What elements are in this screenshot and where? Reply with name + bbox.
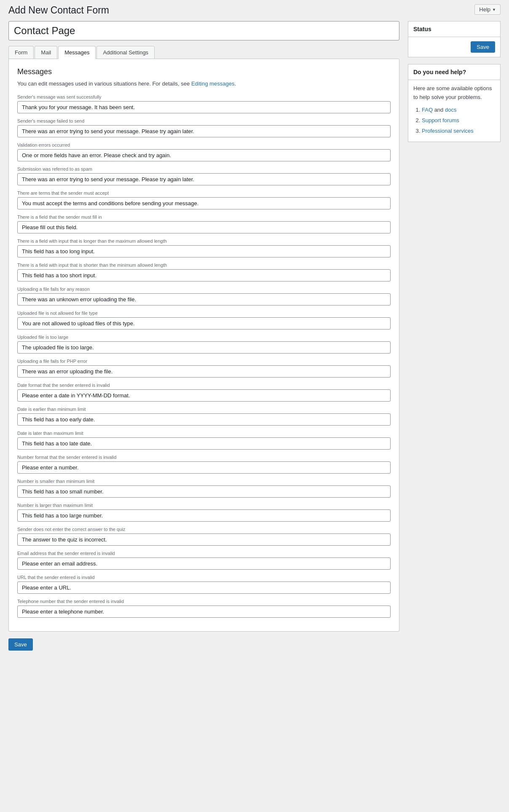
field-input-3[interactable] <box>17 173 391 185</box>
field-input-1[interactable] <box>17 125 391 137</box>
field-input-0[interactable] <box>17 101 391 113</box>
field-label-20: URL that the sender entered is invalid <box>17 575 391 580</box>
sidebar-save-button[interactable]: Save <box>471 41 495 53</box>
field-input-4[interactable] <box>17 197 391 209</box>
field-input-20[interactable] <box>17 582 391 594</box>
field-input-16[interactable] <box>17 485 391 498</box>
help-item-1: FAQ and docs <box>422 106 495 115</box>
field-input-10[interactable] <box>17 341 391 354</box>
field-group-20: URL that the sender entered is invalid <box>17 575 391 594</box>
field-label-2: Validation errors occurred <box>17 142 391 147</box>
field-label-0: Sender's message was sent successfully <box>17 94 391 99</box>
field-input-6[interactable] <box>17 245 391 257</box>
page-title: Add New Contact Form <box>8 4 109 17</box>
help-box-body: Here are some available options to help … <box>408 80 500 142</box>
field-label-21: Telephone number that the sender entered… <box>17 599 391 604</box>
field-group-16: Number is smaller than minimum limit <box>17 479 391 498</box>
field-group-7: There is a field with input that is shor… <box>17 263 391 281</box>
field-group-4: There are terms that the sender must acc… <box>17 190 391 209</box>
tab-messages[interactable]: Messages <box>58 46 96 59</box>
field-group-10: Uploaded file is too large <box>17 335 391 354</box>
field-input-2[interactable] <box>17 149 391 161</box>
bottom-save-button[interactable]: Save <box>8 638 33 651</box>
field-group-21: Telephone number that the sender entered… <box>17 599 391 618</box>
help-item-3: Professional services <box>422 127 495 136</box>
field-input-18[interactable] <box>17 533 391 546</box>
field-input-9[interactable] <box>17 317 391 330</box>
field-input-5[interactable] <box>17 221 391 233</box>
field-input-8[interactable] <box>17 293 391 306</box>
field-label-18: Sender does not enter the correct answer… <box>17 527 391 532</box>
tab-form[interactable]: Form <box>8 46 34 59</box>
field-input-17[interactable] <box>17 509 391 522</box>
field-input-12[interactable] <box>17 389 391 402</box>
field-label-7: There is a field with input that is shor… <box>17 263 391 268</box>
field-group-9: Uploaded file is not allowed for file ty… <box>17 311 391 330</box>
field-group-13: Date is earlier than minimum limit <box>17 407 391 426</box>
sidebar: Status Save Do you need help? Here are s… <box>408 21 501 149</box>
field-group-5: There is a field that the sender must fi… <box>17 214 391 233</box>
field-label-1: Sender's message failed to send <box>17 118 391 123</box>
field-group-17: Number is larger than maximum limit <box>17 503 391 522</box>
field-label-10: Uploaded file is too large <box>17 335 391 340</box>
messages-section-description: You can edit messages used in various si… <box>17 80 391 88</box>
field-label-4: There are terms that the sender must acc… <box>17 190 391 196</box>
field-input-13[interactable] <box>17 413 391 426</box>
field-input-15[interactable] <box>17 461 391 474</box>
docs-link[interactable]: docs <box>445 107 456 113</box>
bottom-save-area: Save <box>8 638 399 651</box>
status-box: Status Save <box>408 21 501 57</box>
form-title-input[interactable] <box>8 21 399 40</box>
field-group-15: Number format that the sender entered is… <box>17 455 391 474</box>
field-group-14: Date is later than maximum limit <box>17 431 391 450</box>
tabs: Form Mail Messages Additional Settings <box>8 46 399 59</box>
tab-mail[interactable]: Mail <box>35 46 57 59</box>
field-label-11: Uploading a file fails for PHP error <box>17 359 391 364</box>
desc-after: . <box>235 80 236 87</box>
field-label-6: There is a field with input that is long… <box>17 239 391 244</box>
field-input-7[interactable] <box>17 269 391 281</box>
field-group-12: Date format that the sender entered is i… <box>17 383 391 402</box>
field-label-17: Number is larger than maximum limit <box>17 503 391 508</box>
status-box-body: Save <box>408 37 500 57</box>
field-group-19: Email address that the sender entered is… <box>17 551 391 570</box>
field-input-19[interactable] <box>17 557 391 570</box>
field-input-21[interactable] <box>17 606 391 618</box>
field-group-1: Sender's message failed to send <box>17 118 391 137</box>
field-label-16: Number is smaller than minimum limit <box>17 479 391 484</box>
field-label-13: Date is earlier than minimum limit <box>17 407 391 412</box>
messages-fields: Sender's message was sent successfullySe… <box>17 94 391 618</box>
support-forums-link[interactable]: Support forums <box>422 117 459 123</box>
tab-content-messages: Messages You can edit messages used in v… <box>8 59 399 632</box>
help-button[interactable]: Help <box>474 4 501 15</box>
field-label-5: There is a field that the sender must fi… <box>17 214 391 220</box>
field-label-8: Uploading a file fails for any reason <box>17 287 391 292</box>
editing-messages-link[interactable]: Editing messages <box>191 80 235 87</box>
field-input-14[interactable] <box>17 437 391 450</box>
messages-section-title: Messages <box>17 67 391 76</box>
field-label-19: Email address that the sender entered is… <box>17 551 391 556</box>
desc-before: You can edit messages used in various si… <box>17 80 191 87</box>
professional-services-link[interactable]: Professional services <box>422 128 474 134</box>
field-label-3: Submission was referred to as spam <box>17 166 391 172</box>
help-intro: Here are some available options to help … <box>413 84 495 102</box>
field-label-9: Uploaded file is not allowed for file ty… <box>17 311 391 316</box>
help-box-title: Do you need help? <box>408 64 500 80</box>
status-box-title: Status <box>408 21 500 37</box>
field-group-2: Validation errors occurred <box>17 142 391 161</box>
help-content: Here are some available options to help … <box>413 84 495 136</box>
field-label-14: Date is later than maximum limit <box>17 431 391 436</box>
help-box: Do you need help? Here are some availabl… <box>408 64 501 142</box>
tab-additional-settings[interactable]: Additional Settings <box>96 46 155 59</box>
field-group-0: Sender's message was sent successfully <box>17 94 391 113</box>
faq-link[interactable]: FAQ <box>422 107 433 113</box>
field-group-11: Uploading a file fails for PHP error <box>17 359 391 378</box>
field-group-18: Sender does not enter the correct answer… <box>17 527 391 546</box>
field-group-3: Submission was referred to as spam <box>17 166 391 185</box>
help-list: FAQ and docs Support forums Professional… <box>413 106 495 135</box>
field-group-8: Uploading a file fails for any reason <box>17 287 391 306</box>
field-input-11[interactable] <box>17 365 391 378</box>
field-label-15: Number format that the sender entered is… <box>17 455 391 460</box>
field-group-6: There is a field with input that is long… <box>17 239 391 257</box>
help-item-2: Support forums <box>422 116 495 125</box>
